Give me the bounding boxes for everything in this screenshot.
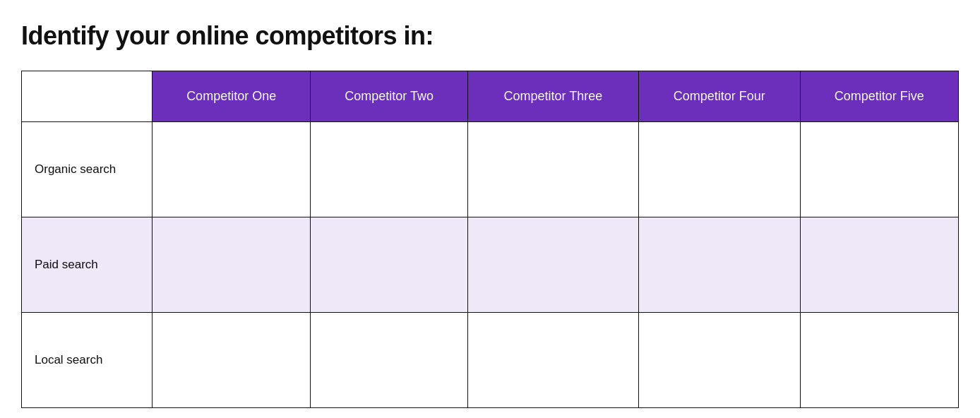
paid-competitor-three-cell[interactable] bbox=[467, 217, 638, 313]
competitor-two-header: Competitor Two bbox=[311, 71, 467, 122]
organic-competitor-five-cell[interactable] bbox=[800, 122, 958, 217]
local-competitor-one-cell[interactable] bbox=[153, 313, 311, 408]
page-title: Identify your online competitors in: bbox=[21, 21, 959, 51]
paid-competitor-four-cell[interactable] bbox=[639, 217, 801, 313]
paid-competitor-one-cell[interactable] bbox=[153, 217, 311, 313]
local-competitor-five-cell[interactable] bbox=[800, 313, 958, 408]
competitor-one-header: Competitor One bbox=[153, 71, 311, 122]
table-header-row: Competitor One Competitor Two Competitor… bbox=[22, 71, 959, 122]
competitor-four-header: Competitor Four bbox=[639, 71, 801, 122]
paid-competitor-two-cell[interactable] bbox=[311, 217, 467, 313]
organic-competitor-three-cell[interactable] bbox=[467, 122, 638, 217]
local-competitor-two-cell[interactable] bbox=[311, 313, 467, 408]
table-row: Local search bbox=[22, 313, 959, 408]
local-competitor-four-cell[interactable] bbox=[639, 313, 801, 408]
competitor-five-header: Competitor Five bbox=[800, 71, 958, 122]
paid-search-label: Paid search bbox=[22, 217, 153, 313]
organic-search-label: Organic search bbox=[22, 122, 153, 217]
table-row: Paid search bbox=[22, 217, 959, 313]
table-row: Organic search bbox=[22, 122, 959, 217]
organic-competitor-two-cell[interactable] bbox=[311, 122, 467, 217]
paid-competitor-five-cell[interactable] bbox=[800, 217, 958, 313]
organic-competitor-one-cell[interactable] bbox=[153, 122, 311, 217]
local-competitor-three-cell[interactable] bbox=[467, 313, 638, 408]
organic-competitor-four-cell[interactable] bbox=[639, 122, 801, 217]
competitor-three-header: Competitor Three bbox=[467, 71, 638, 122]
local-search-label: Local search bbox=[22, 313, 153, 408]
header-label-cell bbox=[22, 71, 153, 122]
competitors-table: Competitor One Competitor Two Competitor… bbox=[21, 71, 959, 408]
